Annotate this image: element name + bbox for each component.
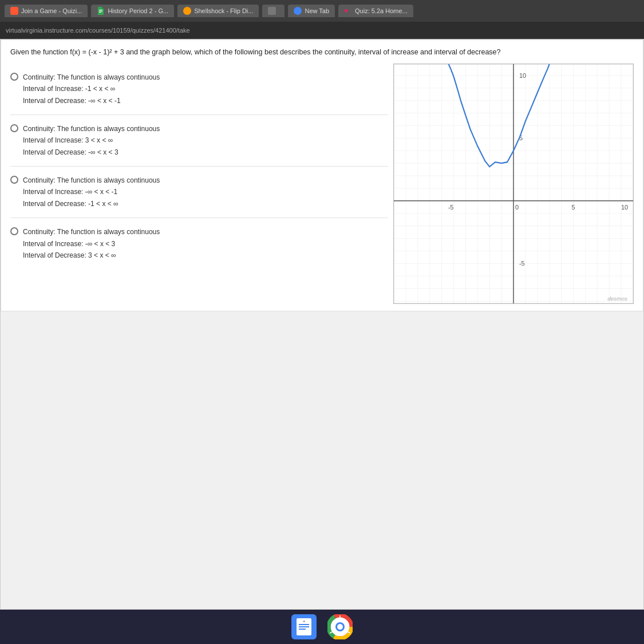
radio-c[interactable] [10, 176, 18, 184]
choice-b[interactable]: Continuity: The function is always conti… [10, 114, 388, 166]
svg-rect-4 [99, 12, 101, 13]
svg-rect-49 [299, 624, 309, 625]
choice-d-text: Continuity: The function is always conti… [23, 226, 160, 261]
chrome-svg-icon [327, 614, 353, 639]
x-label-10: 10 [621, 204, 628, 211]
svg-point-58 [337, 624, 343, 630]
radio-b[interactable] [10, 124, 18, 132]
taskbar-docs-icon[interactable]: ≡ [291, 614, 317, 639]
heart-icon: ♥ [344, 7, 352, 15]
newtab-icon [294, 7, 302, 15]
y-label-neg5: -5 [519, 260, 525, 267]
radio-a[interactable] [10, 73, 18, 81]
url-bar[interactable]: virtualvirginia.instructure.com/courses/… [0, 22, 644, 39]
svg-rect-3 [99, 11, 102, 11]
x-label-5: 5 [571, 204, 575, 211]
tab-history[interactable]: History Period 2 - G... [91, 5, 174, 17]
graph-section: -5 0 5 10 10 5 -5 [393, 64, 634, 304]
choice-b-text: Continuity: The function is always conti… [23, 123, 160, 158]
tab-quiziz[interactable]: Join a Game - Quizi... [5, 5, 88, 17]
graph-svg: -5 0 5 10 10 5 -5 [394, 64, 633, 303]
choice-a-text: Continuity: The function is always conti… [23, 72, 160, 106]
docs-tab-icon [97, 7, 105, 15]
choice-c[interactable]: Continuity: The function is always conti… [10, 166, 388, 218]
tab-quiz[interactable]: ♥ Quiz: 5.2a Home... [338, 5, 413, 17]
taskbar: ≡ [0, 610, 644, 644]
x-label-neg5: -5 [448, 204, 454, 211]
taskbar-chrome-icon[interactable] [327, 614, 353, 640]
quiziz-icon [10, 7, 18, 15]
unknown-icon [268, 7, 276, 15]
radio-d[interactable] [10, 227, 18, 235]
question-text: Given the function f(x) = (-x - 1)² + 3 … [10, 47, 634, 58]
tab-new[interactable]: New Tab [288, 5, 335, 17]
shellshock-icon [183, 7, 191, 15]
browser-tab-bar: Join a Game - Quizi... History Period 2 … [0, 0, 644, 22]
x-label-0: 0 [515, 204, 519, 211]
svg-rect-2 [99, 10, 102, 10]
answers-section: Continuity: The function is always conti… [10, 64, 393, 304]
docs-svg-icon: ≡ [297, 618, 311, 635]
tab-shellshock[interactable]: Shellshock - Flip Di... [177, 5, 259, 17]
choice-a[interactable]: Continuity: The function is always conti… [10, 64, 388, 114]
graph-container: -5 0 5 10 10 5 -5 [393, 64, 634, 304]
desmos-watermark: desmos [607, 295, 627, 302]
svg-rect-50 [299, 626, 309, 627]
y-label-10: 10 [519, 72, 526, 79]
question-layout: Continuity: The function is always conti… [10, 64, 634, 304]
question-box: Given the function f(x) = (-x - 1)² + 3 … [1, 39, 643, 311]
choice-d[interactable]: Continuity: The function is always conti… [10, 218, 388, 269]
tab-unknown[interactable] [262, 5, 285, 17]
choice-c-text: Continuity: The function is always conti… [23, 175, 160, 210]
docs-icon-label: ≡ [302, 619, 305, 623]
svg-marker-1 [102, 7, 104, 9]
main-content: Given the function f(x) = (-x - 1)² + 3 … [0, 39, 644, 610]
svg-rect-51 [299, 629, 306, 630]
